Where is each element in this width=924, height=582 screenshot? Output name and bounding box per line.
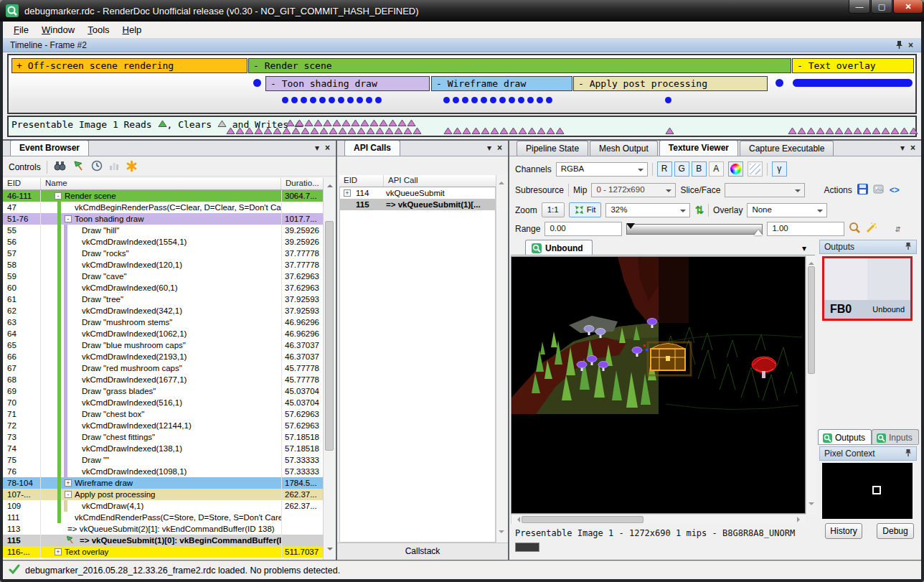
- timeline-draws-bar[interactable]: [793, 79, 913, 87]
- timeline-draw-dot[interactable]: [471, 97, 478, 103]
- api-calls-columns[interactable]: EID API Call: [339, 175, 496, 187]
- gamma-button[interactable]: γ: [772, 161, 787, 177]
- timeline-draw-dot[interactable]: [301, 97, 307, 103]
- event-row[interactable]: 56vkCmdDrawIndexed(1554,1)39.25926: [3, 236, 323, 248]
- timeline-draw-dot[interactable]: [291, 97, 298, 103]
- timeline-draw-dot[interactable]: [357, 97, 363, 103]
- event-row[interactable]: 70vkCmdDrawIndexed(516,1)45.03704: [3, 397, 323, 408]
- timeline-draw-dot[interactable]: [453, 97, 459, 103]
- checker-background-icon[interactable]: [748, 161, 763, 177]
- tab-pipeline-state[interactable]: Pipeline State: [517, 141, 588, 156]
- pin-icon[interactable]: [895, 40, 903, 52]
- timeline-marker-bar[interactable]: - Toon shading draw: [265, 76, 430, 91]
- menu-window[interactable]: Window: [35, 22, 81, 37]
- timeline-draw-dot[interactable]: [329, 97, 335, 103]
- event-row[interactable]: 66vkCmdDrawIndexed(2193,1)46.37037: [3, 351, 323, 362]
- minimize-button[interactable]: —: [849, 0, 870, 14]
- tab-texture-viewer[interactable]: Texture Viewer: [659, 141, 738, 156]
- event-row[interactable]: 78-104+Wireframe draw1784.5...: [3, 477, 323, 489]
- timeline-draw-dot[interactable]: [462, 97, 468, 103]
- event-row[interactable]: 67Draw "red mushroom caps"45.77778: [3, 362, 323, 374]
- timeline-draw-dot[interactable]: [518, 97, 524, 103]
- expander-plus[interactable]: +: [55, 548, 62, 555]
- api-call-row[interactable]: +114vkQueueSubmit: [340, 187, 495, 199]
- timeline-draw-dot[interactable]: [366, 97, 372, 103]
- event-row[interactable]: 75Draw ""57.33333: [3, 454, 323, 466]
- api-calls-scrollbar[interactable]: [496, 175, 506, 543]
- jump-to-eid-icon[interactable]: [72, 160, 85, 174]
- timeline-draw-dot[interactable]: [546, 97, 552, 103]
- range-options-icon[interactable]: ⇵: [895, 225, 900, 233]
- timeline-header[interactable]: Timeline - Frame #2 ×: [3, 39, 921, 52]
- close-panel-icon[interactable]: ×: [325, 143, 330, 153]
- tab-mesh-output[interactable]: Mesh Output: [590, 141, 658, 156]
- timeline-draw-dot[interactable]: [527, 97, 534, 103]
- chevron-down-icon[interactable]: ▾: [900, 143, 905, 153]
- event-row[interactable]: 71Draw "chest box"57.62963: [3, 408, 323, 420]
- timeline-marker-bar[interactable]: + Off-screen scene rendering: [11, 58, 248, 73]
- event-row[interactable]: 115=> vkQueueSubmit(1)[0]: vkBeginComman…: [3, 535, 323, 546]
- event-row[interactable]: 65Draw "blue mushroom caps"46.37037: [3, 339, 323, 351]
- close-panel-icon[interactable]: ×: [497, 143, 502, 153]
- callstack-bar[interactable]: Callstack: [337, 543, 508, 560]
- event-row[interactable]: 111vkCmdEndRenderPass(C=Store, D=Store, …: [3, 512, 323, 523]
- timeline-draw-dot[interactable]: [665, 97, 671, 103]
- api-call-row[interactable]: 115=> vkQueueSubmit(1)[...: [340, 199, 495, 210]
- zoom-fit-button[interactable]: Fit: [569, 202, 602, 217]
- timeline-draw-dot[interactable]: [537, 97, 543, 103]
- custom-visualisation-icon[interactable]: [728, 161, 743, 177]
- expander-plus[interactable]: +: [65, 479, 72, 487]
- pin-icon[interactable]: [905, 449, 912, 459]
- timeline-draw-dot[interactable]: [310, 97, 316, 103]
- event-row[interactable]: 68vkCmdDrawIndexed(1677,1)45.77778: [3, 374, 323, 385]
- channel-r-button[interactable]: R: [657, 161, 672, 177]
- timeline-graph[interactable]: + Off-screen scene rendering- Render sce…: [7, 54, 917, 114]
- zoom-range-icon[interactable]: [849, 222, 861, 236]
- autofit-wand-icon[interactable]: [865, 222, 877, 236]
- tab-unbound-texture[interactable]: Unbound: [525, 240, 593, 255]
- timeline-usage-strip[interactable]: Presentable Image 1 Reads , Clears and W…: [7, 116, 917, 137]
- find-event-icon[interactable]: [53, 160, 67, 174]
- zoom-select[interactable]: 32%: [605, 203, 690, 217]
- event-row[interactable]: 74vkCmdDrawIndexed(138,1)57.18518: [3, 443, 323, 454]
- history-button[interactable]: History: [825, 523, 862, 539]
- event-row[interactable]: 63Draw "mushroom stems"46.96296: [3, 316, 323, 328]
- timeline-draw-dot[interactable]: [375, 97, 382, 103]
- output-fb0-thumbnail[interactable]: FB0 Unbound: [822, 256, 913, 321]
- timeline-marker-bar[interactable]: - Render scene: [248, 58, 791, 73]
- bookmark-icon[interactable]: [126, 160, 138, 174]
- timeline-marker-bar[interactable]: - Wireframe draw: [431, 76, 572, 91]
- timeline-marker-bar[interactable]: - Text overlay: [792, 58, 914, 73]
- timeline-marker-bar[interactable]: - Apply post processing: [573, 76, 768, 91]
- outputs-header[interactable]: Outputs: [819, 240, 917, 254]
- event-browser-columns[interactable]: EID Name Duratio...: [3, 178, 323, 190]
- timeline-draw-dot[interactable]: [443, 97, 450, 103]
- expander-minus[interactable]: -: [65, 491, 72, 498]
- event-row[interactable]: 64vkCmdDrawIndexed(1062,1)46.96296: [3, 328, 323, 339]
- event-row[interactable]: 60vkCmdDrawIndexed(60,1)37.62963: [3, 282, 323, 294]
- event-row[interactable]: 57Draw "rocks"37.77778: [3, 248, 323, 259]
- timeline-draw-dot[interactable]: [338, 97, 344, 103]
- event-row[interactable]: 113=> vkQueueSubmit(2)[1]: vkEndCommandB…: [3, 523, 323, 535]
- tab-inputs[interactable]: Inputs: [872, 429, 919, 444]
- range-min-input[interactable]: 0.00: [544, 222, 622, 236]
- time-events-icon[interactable]: [91, 160, 103, 174]
- timeline-draw-dot[interactable]: [319, 97, 326, 103]
- channels-select[interactable]: RGBA: [556, 162, 648, 177]
- maximize-button[interactable]: ▢: [871, 0, 892, 14]
- menu-file[interactable]: File: [7, 22, 35, 37]
- menu-tools[interactable]: Tools: [81, 22, 116, 37]
- expander-plus[interactable]: +: [344, 189, 351, 197]
- timeline-draw-dot[interactable]: [509, 97, 515, 103]
- tab-event-browser[interactable]: Event Browser: [10, 141, 89, 156]
- menu-help[interactable]: Help: [116, 22, 148, 37]
- timeline-draw-dot[interactable]: [481, 97, 487, 103]
- pin-icon[interactable]: [905, 242, 912, 253]
- save-icon[interactable]: [857, 183, 869, 197]
- event-browser-scrollbar[interactable]: [323, 178, 335, 560]
- close-button[interactable]: ✕: [893, 0, 923, 14]
- debug-button[interactable]: Debug: [877, 523, 914, 539]
- timeline-draw-dot[interactable]: [776, 79, 783, 87]
- event-row[interactable]: 107-...-Apply post processing262.37...: [3, 489, 323, 500]
- pixel-context-header[interactable]: Pixel Context: [819, 446, 917, 461]
